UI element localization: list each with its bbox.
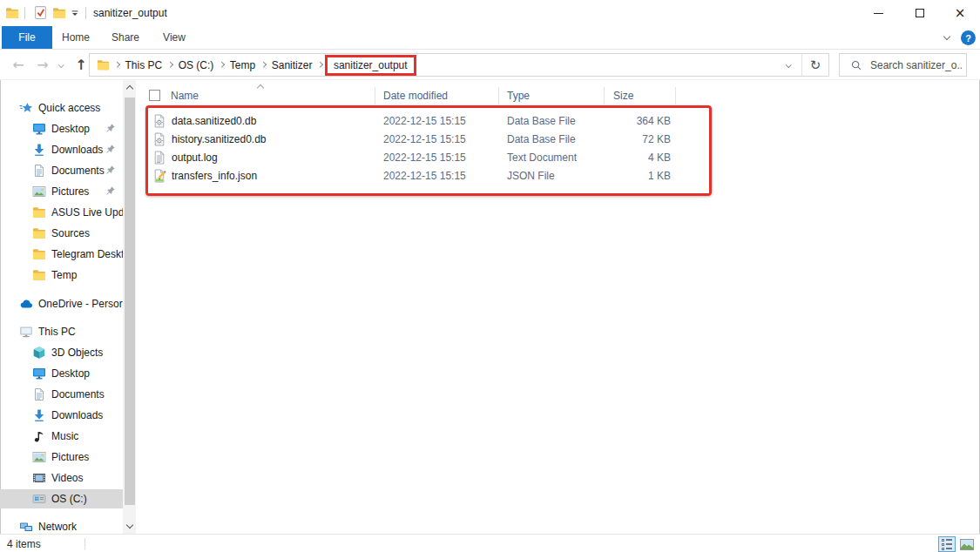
pin-icon bbox=[105, 165, 116, 176]
sidebar-item-os-c[interactable]: OS (C:) bbox=[0, 489, 123, 508]
breadcrumb-os-c[interactable]: OS (C:) bbox=[172, 59, 220, 71]
column-separator[interactable] bbox=[375, 87, 375, 104]
breadcrumb-temp[interactable]: Temp bbox=[224, 59, 261, 71]
sidebar-item-desktop-pinned[interactable]: Desktop bbox=[0, 119, 123, 138]
quick-access-star-icon bbox=[19, 101, 33, 115]
sidebar-item-pictures[interactable]: Pictures bbox=[0, 448, 123, 467]
column-header-name[interactable]: Name bbox=[171, 90, 199, 102]
sidebar-item-this-pc[interactable]: This PC bbox=[0, 322, 123, 341]
maximize-icon bbox=[916, 9, 924, 17]
details-view-button[interactable] bbox=[938, 536, 956, 552]
address-folder-icon bbox=[97, 58, 110, 71]
sidebar-item-quick-access[interactable]: Quick access bbox=[0, 98, 123, 118]
minimize-button[interactable] bbox=[858, 0, 898, 26]
qat-customize-dropdown-icon[interactable] bbox=[70, 8, 80, 18]
music-note-icon bbox=[32, 429, 46, 443]
pin-icon bbox=[105, 123, 116, 134]
titlebar-separator bbox=[85, 7, 86, 19]
sidebar-item-onedrive[interactable]: OneDrive - Persor bbox=[0, 294, 123, 313]
tab-view[interactable]: View bbox=[153, 26, 195, 49]
sidebar-item-pictures-pinned[interactable]: Pictures bbox=[0, 182, 123, 201]
pictures-icon bbox=[32, 185, 46, 199]
pictures-icon bbox=[32, 450, 46, 464]
file-date: 2022-12-15 15:15 bbox=[383, 115, 466, 127]
breadcrumb-sanitizer-output[interactable]: sanitizer_output bbox=[334, 59, 408, 71]
text-file-icon bbox=[152, 151, 166, 165]
sidebar-item-asus-live-update[interactable]: ASUS Live Updat bbox=[0, 203, 123, 222]
sidebar-item-music[interactable]: Music bbox=[0, 427, 123, 446]
status-bar: 4 items bbox=[0, 534, 980, 552]
desktop-icon bbox=[32, 367, 46, 380]
titlebar-separator bbox=[24, 7, 25, 19]
sidebar-item-downloads[interactable]: Downloads bbox=[0, 406, 123, 425]
downloads-icon bbox=[32, 408, 46, 422]
column-header-date-modified[interactable]: Date modified bbox=[383, 90, 448, 102]
file-size: 364 KB bbox=[575, 115, 671, 127]
file-name[interactable]: transfers_info.json bbox=[172, 170, 257, 182]
file-type: Text Document bbox=[507, 151, 577, 164]
pin-icon bbox=[105, 144, 116, 155]
file-name[interactable]: data.sanitized0.db bbox=[172, 115, 256, 127]
large-icons-view-button[interactable] bbox=[958, 536, 976, 552]
file-size: 4 KB bbox=[575, 151, 671, 164]
minimize-ribbon-icon[interactable] bbox=[943, 33, 950, 40]
sidebar-item-sources[interactable]: Sources bbox=[0, 224, 123, 243]
pin-icon bbox=[105, 185, 116, 197]
status-separator bbox=[84, 538, 85, 549]
sidebar-scrollbar[interactable] bbox=[123, 80, 136, 534]
qat-properties-icon[interactable] bbox=[33, 5, 48, 20]
breadcrumb-chevron-icon[interactable] bbox=[317, 62, 322, 67]
downloads-icon bbox=[32, 143, 46, 157]
sidebar-item-3d-objects[interactable]: 3D Objects bbox=[0, 343, 123, 362]
breadcrumb-sanitizer[interactable]: Sanitizer bbox=[266, 59, 319, 71]
select-all-checkbox[interactable] bbox=[149, 90, 160, 101]
folder-icon bbox=[32, 205, 46, 219]
tab-file[interactable]: File bbox=[2, 26, 52, 49]
address-history-dropdown-icon[interactable] bbox=[775, 63, 801, 67]
sidebar-item-telegram-desktop[interactable]: Telegram Deskto bbox=[0, 245, 123, 264]
file-type: JSON File bbox=[507, 170, 555, 182]
minimize-icon bbox=[874, 13, 883, 14]
address-bar[interactable]: This PC OS (C:) Temp Sanitizer sanitizer… bbox=[89, 53, 829, 77]
column-separator[interactable] bbox=[604, 87, 605, 104]
tab-home[interactable]: Home bbox=[56, 26, 96, 49]
item-count: 4 items bbox=[7, 538, 41, 550]
forward-button[interactable]: → bbox=[31, 50, 54, 80]
scroll-down-icon[interactable] bbox=[123, 518, 136, 532]
close-button[interactable]: × bbox=[940, 0, 980, 26]
folder-icon bbox=[32, 226, 46, 240]
refresh-icon[interactable]: ↻ bbox=[802, 57, 828, 73]
help-icon[interactable]: ? bbox=[961, 30, 976, 45]
breadcrumb-this-pc[interactable]: This PC bbox=[119, 59, 169, 71]
column-separator[interactable] bbox=[498, 87, 499, 104]
sort-ascending-icon bbox=[257, 84, 264, 91]
onedrive-cloud-icon bbox=[19, 297, 33, 311]
recent-locations-dropdown-icon[interactable] bbox=[54, 50, 68, 80]
column-header-size[interactable]: Size bbox=[613, 90, 633, 102]
search-input[interactable] bbox=[870, 59, 962, 71]
explorer-window: sanitizer_output × File Home Share View … bbox=[0, 0, 980, 552]
column-header-type[interactable]: Type bbox=[507, 90, 530, 102]
scroll-up-icon[interactable] bbox=[123, 82, 136, 96]
sidebar-item-downloads-pinned[interactable]: Downloads bbox=[0, 140, 123, 159]
sidebar-item-videos[interactable]: Videos bbox=[0, 468, 123, 488]
sidebar-item-desktop[interactable]: Desktop bbox=[0, 364, 123, 383]
sidebar-item-documents-pinned[interactable]: Documents bbox=[0, 161, 123, 180]
maximize-button[interactable] bbox=[900, 0, 940, 26]
file-name[interactable]: history.sanitized0.db bbox=[172, 133, 267, 145]
folder-icon bbox=[32, 247, 46, 261]
folder-icon bbox=[32, 268, 46, 282]
sidebar-item-documents[interactable]: Documents bbox=[0, 385, 123, 404]
database-file-icon bbox=[152, 132, 166, 146]
back-button[interactable]: ← bbox=[7, 50, 30, 80]
column-separator[interactable] bbox=[675, 87, 676, 104]
file-name[interactable]: output.log bbox=[172, 151, 218, 164]
file-size: 72 KB bbox=[575, 133, 671, 145]
file-date: 2022-12-15 15:15 bbox=[383, 133, 466, 145]
scrollbar-thumb[interactable] bbox=[125, 98, 135, 505]
qat-new-folder-icon[interactable] bbox=[52, 6, 66, 20]
tab-share[interactable]: Share bbox=[103, 26, 148, 49]
breadcrumb-highlight-box: sanitizer_output bbox=[325, 55, 416, 76]
file-date: 2022-12-15 15:15 bbox=[383, 151, 466, 164]
sidebar-item-temp[interactable]: Temp bbox=[0, 266, 123, 285]
